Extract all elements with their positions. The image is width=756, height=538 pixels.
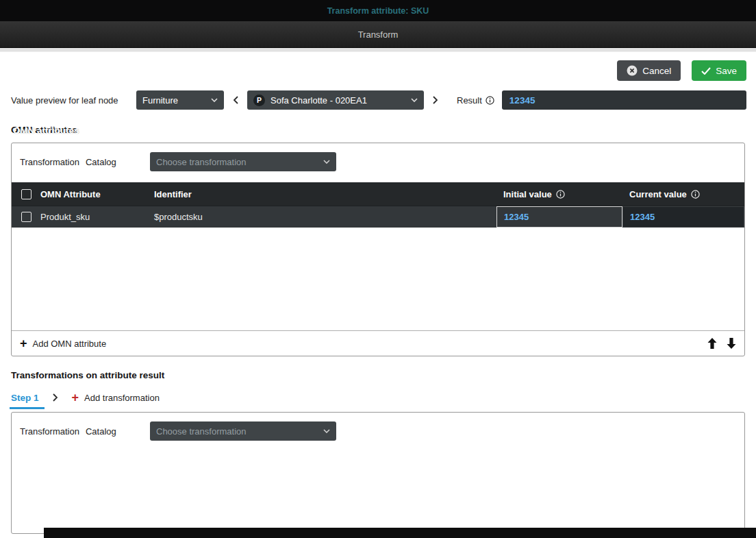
add-omn-attribute-button[interactable]: + Add OMN attribute [20,337,106,350]
window-title: Transform attribute: SKU [327,6,429,16]
omn-catalog-row: Transformation Catalog Choose transforma… [12,143,744,178]
chevron-down-icon [211,98,218,102]
product-select[interactable]: P Sofa Charlotte - 020EA1 [247,90,424,110]
select-all-checkbox[interactable] [21,189,32,199]
chevron-down-icon [323,429,330,433]
cell-initial-value[interactable]: 12345 [496,206,622,228]
save-button-label: Save [716,66,737,76]
omn-table-header: OMN Attribute Identifier Initial value C… [12,182,744,206]
step-transformation-placeholder: Choose transformation [156,426,247,437]
step-catalog-row: Transformation Catalog Choose transforma… [12,413,744,448]
cancel-button[interactable]: Cancel [617,60,681,81]
next-node-button[interactable] [431,96,440,104]
add-omn-attribute-label: Add OMN attribute [33,339,107,349]
column-header-initial-value: Initial value [496,189,622,199]
toolbar: Cancel Save [0,52,756,86]
table-row[interactable]: Produkt_sku $productsku 12345 12345 [12,206,744,228]
plus-icon: + [20,337,27,350]
value-preview-label: Value preview for leaf node [11,95,129,106]
result-label-text: Result [457,95,482,106]
column-header-omn-attribute: OMN Attribute [40,189,154,199]
category-select[interactable]: Furniture [136,90,224,110]
transformation-step-panel: Transformation Catalog Choose transforma… [11,412,745,534]
catalog-label-text: Catalog [86,426,116,437]
chevron-down-icon [323,160,330,164]
info-icon[interactable] [486,96,494,105]
subtitle-bar: Transform [0,21,756,48]
omn-transformation-placeholder: Choose transformation [156,157,247,167]
current-value-header-text: Current value [629,189,687,199]
column-header-current-value: Current value [622,189,744,199]
tab-step-1[interactable]: Step 1 [11,393,39,403]
omn-attributes-heading-overlay: OMN attributes [13,125,79,136]
omn-transformation-select[interactable]: Choose transformation [150,152,336,171]
omn-panel-footer: + Add OMN attribute [12,330,744,356]
chevron-right-icon[interactable] [53,393,58,402]
value-preview-row: Value preview for leaf node Furniture P … [0,86,756,110]
product-select-value: Sofa Charlotte - 020EA1 [270,95,367,106]
column-header-identifier: Identifier [154,189,496,199]
transformation-catalog-label: Transformation Catalog [20,426,150,437]
add-transformation-button[interactable]: + Add transformation [72,391,160,404]
reorder-arrows [707,338,736,349]
move-up-button[interactable] [707,338,717,349]
info-icon[interactable] [691,190,700,199]
transformations-heading: Transformations on attribute result [11,370,745,380]
info-icon[interactable] [556,190,565,199]
cancel-circle-x-icon [627,65,638,76]
move-down-button[interactable] [727,338,736,349]
cell-identifier: $productsku [154,212,496,222]
chevron-down-icon [411,98,418,102]
omn-attributes-panel: Transformation Catalog Choose transforma… [11,143,745,356]
background-app-strip [44,528,756,538]
check-icon [701,67,711,75]
category-select-value: Furniture [142,95,178,106]
plus-icon: + [72,391,79,404]
cancel-button-label: Cancel [642,66,671,76]
window-title-bar: Transform attribute: SKU [0,0,756,21]
transformation-steps-tabs: Step 1 + Add transformation [11,391,745,404]
step-transformation-select[interactable]: Choose transformation [150,421,336,441]
select-all-checkbox-cell [12,182,40,206]
subtitle: Transform [358,29,399,40]
row-checkbox[interactable] [21,212,32,222]
transformation-label-text: Transformation [20,157,79,167]
save-button[interactable]: Save [692,60,746,81]
omn-attributes-heading: OMN attributes OMN attributes [11,125,745,136]
add-transformation-label: Add transformation [84,393,160,403]
result-label: Result [457,95,494,106]
transformation-catalog-label: Transformation Catalog [20,157,150,167]
previous-node-button[interactable] [231,96,240,104]
cell-current-value[interactable]: 12345 [622,206,744,228]
cell-omn-attribute: Produkt_sku [40,212,154,222]
product-type-badge: P [253,95,265,106]
initial-value-header-text: Initial value [503,189,552,199]
result-value-field[interactable]: 12345 [502,90,746,110]
table-empty-area [12,228,744,330]
result-value: 12345 [509,95,536,106]
row-checkbox-cell [12,206,40,228]
catalog-label-text: Catalog [86,157,116,167]
transformation-label-text: Transformation [20,426,79,437]
